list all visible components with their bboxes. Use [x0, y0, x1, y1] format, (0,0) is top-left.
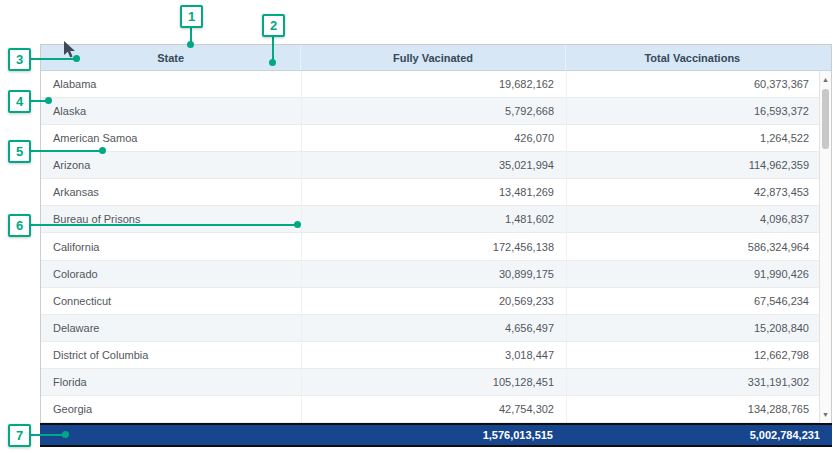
- annotation-dot-4: [45, 97, 52, 104]
- state-cell: Alaska: [41, 98, 301, 124]
- annotation-dot-2: [269, 59, 276, 66]
- scrollbar-thumb[interactable]: [822, 89, 829, 149]
- state-cell: Connecticut: [41, 288, 301, 314]
- vaccination-table: State Fully Vacinated Total Vaccinations…: [40, 44, 832, 423]
- annotation-line-2: [272, 36, 274, 60]
- state-cell: District of Columbia: [41, 342, 301, 368]
- annotation-line-6: [30, 224, 296, 226]
- table-row: Alabama 19,682,162 60,373,367: [41, 71, 831, 98]
- table-row: American Samoa 426,070 1,264,522: [41, 125, 831, 152]
- column-header-fully-vacinated: Fully Vacinated: [300, 45, 564, 70]
- summary-fully-vacinated-value: 1,576,013,515: [300, 425, 565, 445]
- annotation-marker-6: 6: [8, 214, 31, 237]
- total-vaccinations-cell: 15,208,840: [566, 315, 821, 341]
- annotation-dot-1: [187, 41, 194, 48]
- annotation-marker-5: 5: [8, 140, 31, 163]
- fully-vacinated-cell: 35,021,994: [301, 152, 566, 178]
- header-scrollbar-spacer: [819, 45, 831, 70]
- fully-vacinated-cell: 172,456,138: [301, 233, 566, 259]
- total-vaccinations-cell: 134,288,765: [566, 396, 821, 422]
- fully-vacinated-cell: 1,481,602: [301, 206, 566, 232]
- fully-vacinated-cell: 30,899,175: [301, 261, 566, 287]
- total-vaccinations-cell: 1,264,522: [566, 125, 821, 151]
- annotation-marker-7-label: 7: [16, 428, 23, 443]
- total-vaccinations-cell: 12,662,798: [566, 342, 821, 368]
- annotation-marker-1: 1: [180, 5, 203, 28]
- state-cell: Delaware: [41, 315, 301, 341]
- table-row: Bureau of Prisons 1,481,602 4,096,837: [41, 206, 831, 233]
- scrollbar-down-icon[interactable]: ▼: [820, 408, 831, 421]
- table-row: Georgia 42,754,302 134,288,765: [41, 396, 831, 423]
- table-row: Florida 105,128,451 331,191,302: [41, 369, 831, 396]
- fully-vacinated-cell: 19,682,162: [301, 71, 566, 97]
- total-vaccinations-cell: 4,096,837: [566, 206, 821, 232]
- total-vaccinations-cell: 60,373,367: [566, 71, 821, 97]
- total-vaccinations-cell: 586,324,964: [566, 233, 821, 259]
- state-cell: Alabama: [41, 71, 301, 97]
- total-vaccinations-cell: 16,593,372: [566, 98, 821, 124]
- annotation-marker-4-label: 4: [16, 94, 23, 109]
- annotation-dot-6: [294, 221, 301, 228]
- table-row: Arkansas 13,481,269 42,873,453: [41, 179, 831, 206]
- annotation-marker-2: 2: [262, 14, 285, 37]
- fully-vacinated-cell: 426,070: [301, 125, 566, 151]
- annotation-marker-5-label: 5: [16, 144, 23, 159]
- total-vaccinations-cell: 91,990,426: [566, 261, 821, 287]
- annotation-dot-5: [99, 147, 106, 154]
- state-cell: American Samoa: [41, 125, 301, 151]
- fully-vacinated-cell: 42,754,302: [301, 396, 566, 422]
- annotated-screenshot: State Fully Vacinated Total Vaccinations…: [0, 0, 833, 453]
- mouse-cursor-icon: [63, 41, 76, 59]
- state-cell: Arizona: [41, 152, 301, 178]
- table-row: Arizona 35,021,994 114,962,359: [41, 152, 831, 179]
- fully-vacinated-cell: 4,656,497: [301, 315, 566, 341]
- table-row: District of Columbia 3,018,447 12,662,79…: [41, 342, 831, 369]
- state-cell: Bureau of Prisons: [41, 206, 301, 232]
- state-cell: California: [41, 233, 301, 259]
- fully-vacinated-cell: 5,792,668: [301, 98, 566, 124]
- annotation-marker-7: 7: [8, 424, 31, 447]
- total-vaccinations-cell: 67,546,234: [566, 288, 821, 314]
- table-row: Delaware 4,656,497 15,208,840: [41, 315, 831, 342]
- column-header-total-vaccinations: Total Vaccinations: [565, 45, 819, 70]
- annotation-marker-4: 4: [8, 90, 31, 113]
- annotation-marker-3-label: 3: [16, 52, 23, 67]
- summary-state-cell: [40, 425, 300, 445]
- table-row: Alaska 5,792,668 16,593,372: [41, 98, 831, 125]
- state-cell: Arkansas: [41, 179, 301, 205]
- table-row: Colorado 30,899,175 91,990,426: [41, 261, 831, 288]
- annotation-marker-3: 3: [8, 48, 31, 71]
- fully-vacinated-cell: 20,569,233: [301, 288, 566, 314]
- scrollbar-up-icon[interactable]: ▲: [820, 73, 831, 86]
- fully-vacinated-cell: 105,128,451: [301, 369, 566, 395]
- annotation-marker-1-label: 1: [188, 9, 195, 24]
- state-cell: Colorado: [41, 261, 301, 287]
- annotation-marker-2-label: 2: [270, 18, 277, 33]
- table-body: Alabama 19,682,162 60,373,367 Alaska 5,7…: [41, 71, 831, 423]
- summary-total-vaccinations-value: 5,002,784,231: [565, 425, 832, 445]
- total-vaccinations-cell: 331,191,302: [566, 369, 821, 395]
- table-row: California 172,456,138 586,324,964: [41, 233, 831, 260]
- annotation-dot-7: [62, 431, 69, 438]
- annotation-marker-6-label: 6: [16, 218, 23, 233]
- fully-vacinated-cell: 3,018,447: [301, 342, 566, 368]
- vertical-scrollbar[interactable]: ▲ ▼: [819, 71, 831, 423]
- summary-row: 1,576,013,515 5,002,784,231: [40, 423, 832, 447]
- table-row: Connecticut 20,569,233 67,546,234: [41, 288, 831, 315]
- annotation-line-7: [30, 434, 64, 436]
- annotation-line-5: [30, 150, 101, 152]
- total-vaccinations-cell: 114,962,359: [566, 152, 821, 178]
- table-header-row: State Fully Vacinated Total Vaccinations: [41, 45, 831, 71]
- state-cell: Georgia: [41, 396, 301, 422]
- state-cell: Florida: [41, 369, 301, 395]
- fully-vacinated-cell: 13,481,269: [301, 179, 566, 205]
- total-vaccinations-cell: 42,873,453: [566, 179, 821, 205]
